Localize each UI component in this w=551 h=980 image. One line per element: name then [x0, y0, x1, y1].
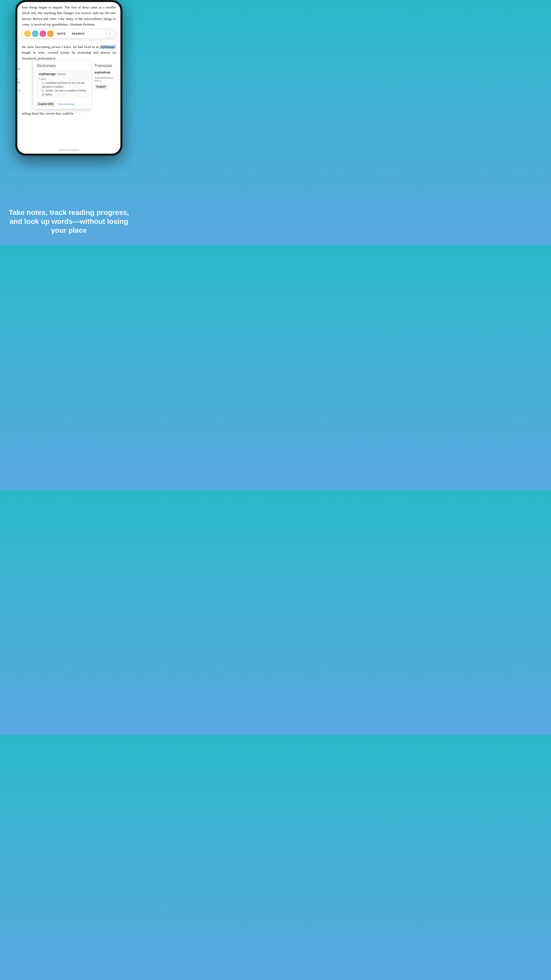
- note-button[interactable]: NOTE: [55, 31, 68, 36]
- panels-container: entialion or groupcare ofwho, fort be ca…: [17, 61, 121, 109]
- dictionary-word: orphanage: [39, 72, 56, 76]
- chevron-right-icon: ›: [110, 32, 111, 36]
- dictionary-phonetic: /'ôrfenij/: [56, 73, 66, 76]
- dictionary-word-row: orphanage /'ôrfenij/: [39, 72, 86, 77]
- dictionary-pos: l. noun: [39, 77, 86, 81]
- go-to-dictionary-link[interactable]: Go to dictionary: [58, 103, 75, 105]
- tagline-text: Take notes, track reading progress, and …: [9, 208, 129, 234]
- dictionary-footer: English (US) Go to dictionary: [34, 100, 91, 109]
- book-text-top: nary things began to happen. The first o…: [17, 2, 121, 27]
- translate-footer: English: [92, 83, 121, 90]
- translate-word: orphelinat: [92, 69, 121, 75]
- translate-header: Translate: [92, 61, 121, 69]
- dictionary-language-button[interactable]: English (US): [36, 101, 56, 107]
- book-text-mid: the most fascinating person I knew. He h…: [17, 40, 121, 61]
- dictionary-def2: 2. <archaic> the state or condition of b…: [42, 89, 86, 96]
- dictionary-content: orphanage /'ôrfenij/ l. noun 1. a reside…: [36, 69, 89, 98]
- phone-screen: nary things began to happen. The first o…: [17, 2, 121, 154]
- color-pink-dot[interactable]: [40, 30, 46, 37]
- translate-language-button[interactable]: English: [94, 84, 108, 89]
- dictionary-panel: Dictionary orphanage /'ôrfenij/ l. noun …: [34, 61, 91, 109]
- phone-wrapper: nary things began to happen. The first o…: [15, 0, 122, 156]
- toolbar-more-button[interactable]: ›: [106, 30, 114, 37]
- color-yellow-dot[interactable]: [24, 30, 31, 37]
- book-text-bottom-content: telling them like secrets that could be: [22, 111, 73, 115]
- book-text-mid2-content: fought in wars, crossed oceans by steams…: [22, 51, 116, 60]
- wikipedia-panel: entialion or groupcare ofwho, fort be ca…: [17, 61, 33, 109]
- translate-description: Translations more, visit w: [92, 75, 121, 83]
- highlighted-word[interactable]: orphanage,: [100, 45, 116, 49]
- wikipedia-text: entialion or groupcare ofwho, fort be ca…: [17, 64, 30, 88]
- translate-panel: Translate orphelinat Translations more, …: [92, 61, 121, 109]
- home-bar: [59, 150, 79, 151]
- color-orange-dot[interactable]: [47, 30, 54, 37]
- dictionary-header: Dictionary: [34, 61, 91, 69]
- color-blue-dot[interactable]: [32, 30, 38, 37]
- wikipedia-link[interactable]: to Wikipedia: [17, 89, 30, 92]
- book-text-bottom: telling them like secrets that could be: [17, 109, 121, 118]
- highlight-toolbar: NOTE SEARCH ›: [22, 29, 116, 38]
- tagline: Take notes, track reading progress, and …: [0, 208, 138, 235]
- book-text-mid-content: the most fascinating person I knew. He h…: [22, 45, 99, 49]
- dictionary-def1: 1. a residential institution for the car…: [42, 81, 86, 89]
- search-button[interactable]: SEARCH: [69, 31, 87, 36]
- phone-frame: nary things began to happen. The first o…: [15, 0, 122, 156]
- book-text-top-content: nary things began to happen. The first o…: [22, 5, 116, 26]
